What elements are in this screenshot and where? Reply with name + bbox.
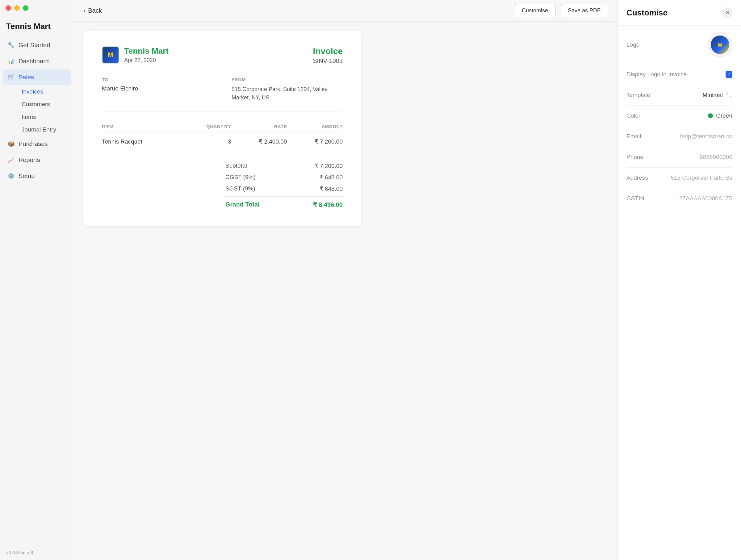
close-icon: ✕ xyxy=(725,9,730,16)
close-panel-button[interactable]: ✕ xyxy=(722,7,732,18)
sidebar-item-setup[interactable]: ⚙️ Setup xyxy=(3,168,71,184)
traffic-light-yellow[interactable] xyxy=(14,5,20,11)
panel-row-gstin: GSTIN 27AAAAA0000A1Z5 xyxy=(626,188,732,209)
traffic-light-green[interactable] xyxy=(23,5,28,11)
main-content: ‹ Back Customise Save as PDF M Tennis Ma… xyxy=(74,0,617,560)
cgst-value: ₹ 648.00 xyxy=(320,174,343,181)
line-item-amount: ₹ 7,200.00 xyxy=(287,132,343,151)
from-address: 515 Corporate Park, Suite 1204, Valley M… xyxy=(231,85,343,102)
sidebar-item-label: Get Started xyxy=(18,42,50,49)
customise-button[interactable]: Customise xyxy=(514,4,556,17)
traffic-light-red[interactable] xyxy=(6,5,11,11)
cgst-label: CGST (9%) xyxy=(225,174,256,181)
email-label: Email xyxy=(626,133,641,140)
gstin-value: 27AAAAA0000A1Z5 xyxy=(679,195,732,202)
sidebar-sub-item-invoices[interactable]: Invoices xyxy=(17,85,71,98)
display-logo-label: Display Logo in Invoice xyxy=(626,71,687,78)
sidebar-item-label: Purchases xyxy=(18,140,48,148)
invoice-header: M Tennis Mart Apr 22, 2020 Invoice SINV-… xyxy=(102,46,343,65)
phone-value: 9888900000 xyxy=(699,154,732,160)
line-item-name: Tennis Racquet xyxy=(102,132,182,151)
panel-row-template: Template Minimal ⌃⌵ xyxy=(626,85,732,106)
invoice-date: Apr 22, 2020 xyxy=(124,57,169,64)
col-header-quantity: QUANTITY xyxy=(182,121,231,132)
back-arrow-icon: ‹ xyxy=(83,7,85,15)
grand-total-row: Grand Total ₹ 8,496.00 xyxy=(225,196,343,211)
panel-row-color: Color Green xyxy=(626,106,732,126)
company-name: Tennis Mart xyxy=(0,16,74,38)
main-toolbar: ‹ Back Customise Save as PDF xyxy=(74,0,617,22)
subtotal-value: ₹ 7,200.00 xyxy=(315,162,343,169)
panel-row-phone: Phone 9888900000 xyxy=(626,147,732,167)
line-item-rate: ₹ 2,400.00 xyxy=(231,132,287,151)
panel-row-address: Address 515 Corporate Park, Su xyxy=(626,167,732,188)
save-pdf-button[interactable]: Save as PDF xyxy=(560,4,608,17)
sales-submenu: Invoices Customers Items Journal Entry xyxy=(3,85,71,136)
sidebar-sub-item-customers[interactable]: Customers xyxy=(17,98,71,111)
color-label: Color xyxy=(626,113,641,119)
sidebar-item-reports[interactable]: 📈 Reports xyxy=(3,152,71,167)
invoice-parties: TO Maruo Eichiro FROM 515 Corporate Park… xyxy=(102,77,343,112)
template-dropdown[interactable]: Minimal ⌃⌵ xyxy=(703,92,732,98)
color-value: Green xyxy=(708,113,732,119)
sidebar-nav: 🔧 Get Started 📊 Dashboard 🛒 Sales Invoic… xyxy=(0,38,74,545)
invoice-card: M Tennis Mart Apr 22, 2020 Invoice SINV-… xyxy=(83,31,361,226)
main-body: M Tennis Mart Apr 22, 2020 Invoice SINV-… xyxy=(74,22,617,560)
invoice-company-info: Tennis Mart Apr 22, 2020 xyxy=(124,46,169,64)
logo-display[interactable]: M xyxy=(708,32,732,57)
panel-row-display-logo: Display Logo in Invoice ✓ xyxy=(626,64,732,85)
logo-label: Logo xyxy=(626,42,639,48)
back-button[interactable]: ‹ Back xyxy=(83,7,102,15)
customise-panel: Customise ✕ Logo M Display Logo in Invoi… xyxy=(617,0,741,560)
invoice-number: SINV-1003 xyxy=(313,57,343,65)
submenu-item-label: Journal Entry xyxy=(22,126,56,133)
sidebar-item-label: Reports xyxy=(18,156,40,164)
template-label: Template xyxy=(626,92,650,98)
display-logo-value: ✓ xyxy=(726,71,732,78)
sgst-row: SGST (9%) ₹ 648.00 xyxy=(225,183,343,195)
subtotal-row: Subtotal ₹ 7,200.00 xyxy=(225,160,343,171)
logo-inner-icon: M xyxy=(711,36,729,54)
sgst-value: ₹ 648.00 xyxy=(320,185,343,192)
grand-total-label: Grand Total xyxy=(225,201,260,208)
col-header-amount: AMOUNT xyxy=(287,121,343,132)
invoice-title: Invoice xyxy=(313,46,343,56)
customer-name: Maruo Eichiro xyxy=(102,85,213,92)
reports-icon: 📈 xyxy=(7,156,15,164)
subtotal-label: Subtotal xyxy=(225,162,247,169)
from-label: FROM xyxy=(231,77,343,82)
display-logo-checkbox[interactable]: ✓ xyxy=(726,71,732,78)
col-header-rate: RATE xyxy=(231,121,287,132)
sidebar-item-purchases[interactable]: 📦 Purchases xyxy=(3,136,71,152)
sidebar-item-label: Dashboard xyxy=(18,58,49,65)
panel-row-email: Email help@tennismart.co xyxy=(626,126,732,147)
submenu-item-label: Invoices xyxy=(22,88,43,95)
line-item-quantity: 3 xyxy=(182,132,231,151)
sidebar-sub-item-journal-entry[interactable]: Journal Entry xyxy=(17,124,71,136)
panel-body: Logo M Display Logo in Invoice ✓ Templat… xyxy=(618,26,741,560)
sales-icon: 🛒 xyxy=(7,73,15,81)
email-value: help@tennismart.co xyxy=(680,133,732,140)
back-label: Back xyxy=(88,7,102,14)
color-text: Green xyxy=(716,113,732,119)
address-value: 515 Corporate Park, Su xyxy=(671,174,732,181)
invoice-logo: M xyxy=(102,46,119,64)
sidebar-item-label: Sales xyxy=(18,74,34,81)
titlebar xyxy=(0,0,74,16)
sidebar-item-dashboard[interactable]: 📊 Dashboard xyxy=(3,53,71,69)
invoice-table: ITEM QUANTITY RATE AMOUNT Tennis Racquet… xyxy=(102,121,343,151)
app-version: v0.0.3-beta.9 xyxy=(0,545,74,560)
invoice-to: TO Maruo Eichiro xyxy=(102,77,213,102)
phone-label: Phone xyxy=(626,154,644,160)
sidebar: Tennis Mart 🔧 Get Started 📊 Dashboard 🛒 … xyxy=(0,0,74,560)
cgst-row: CGST (9%) ₹ 648.00 xyxy=(225,171,343,183)
sidebar-sub-item-items[interactable]: Items xyxy=(17,111,71,123)
submenu-item-label: Items xyxy=(22,114,36,120)
col-header-item: ITEM xyxy=(102,121,182,132)
to-label: TO xyxy=(102,77,213,82)
sidebar-item-sales[interactable]: 🛒 Sales xyxy=(3,69,71,85)
sidebar-item-get-started[interactable]: 🔧 Get Started xyxy=(3,38,71,53)
invoice-from: FROM 515 Corporate Park, Suite 1204, Val… xyxy=(231,77,343,102)
submenu-item-label: Customers xyxy=(22,101,50,108)
color-dot-icon xyxy=(708,113,713,118)
